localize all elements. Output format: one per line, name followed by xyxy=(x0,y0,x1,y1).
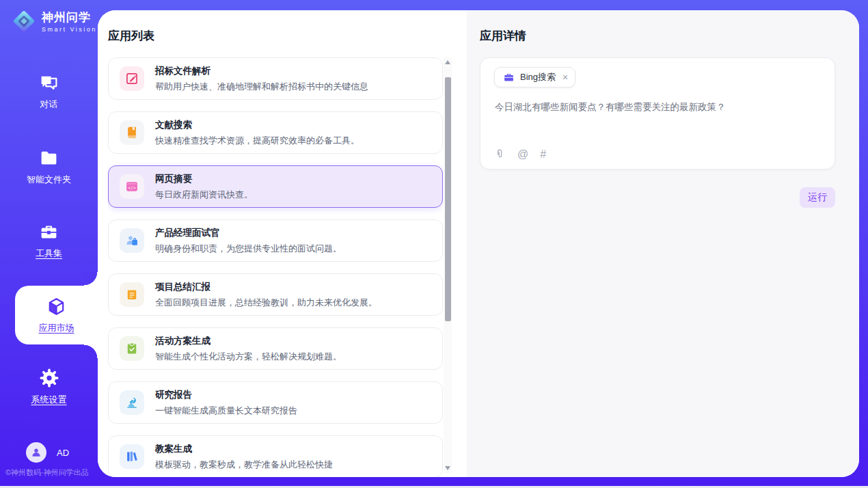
close-icon[interactable]: × xyxy=(561,72,568,83)
list-scrollbar[interactable] xyxy=(444,57,452,473)
brand: 神州问学 Smart Vision xyxy=(11,8,97,37)
gear-icon xyxy=(39,368,59,388)
sidebar-item-label: 对话 xyxy=(40,98,58,111)
app-list-pane: 应用列表 招标文件解析帮助用户快速、准确地理解和解析招标书中的关键信息文献搜索快… xyxy=(98,10,467,477)
doc-pen-icon xyxy=(120,66,144,91)
scroll-up-icon[interactable] xyxy=(445,60,450,64)
briefcase-icon xyxy=(503,72,515,83)
paperclip-icon[interactable] xyxy=(494,148,506,160)
sidebar-item-dialogue[interactable]: 对话 xyxy=(0,72,98,111)
app-card-project-summary[interactable]: 项目总结汇报全面回顾项目进展，总结经验教训，助力未来优化发展。 xyxy=(108,273,443,316)
copyright: ©神州数码·神州问学出品 xyxy=(5,467,89,478)
app-card-desc: 帮助用户快速、准确地理解和解析招标书中的关键信息 xyxy=(155,81,368,93)
tool-chip-bing[interactable]: Bing搜索 × xyxy=(494,67,575,87)
books-icon xyxy=(120,444,144,469)
svg-text:</>: </> xyxy=(128,185,136,190)
sidebar-item-toolset[interactable]: 工具集 xyxy=(0,221,98,260)
app-window: 应用列表 招标文件解析帮助用户快速、准确地理解和解析招标书中的关键信息文献搜索快… xyxy=(98,10,859,477)
app-card-event-plan[interactable]: 活动方案生成智能生成个性化活动方案，轻松解决规划难题。 xyxy=(108,327,443,370)
tool-chip-label: Bing搜索 xyxy=(520,71,556,83)
app-list-title: 应用列表 xyxy=(108,28,467,44)
sidebar: 神州问学 Smart Vision 对话智能文件夹工具集应用市场系统设置 AD … xyxy=(0,0,98,488)
book-icon xyxy=(120,120,144,145)
interviewer-icon xyxy=(120,228,144,253)
app-card-desc: 智能生成个性化活动方案，轻松解决规划难题。 xyxy=(155,351,342,363)
user-initials: AD xyxy=(57,448,69,458)
hash-icon[interactable]: # xyxy=(540,149,546,160)
app-card-title: 招标文件解析 xyxy=(155,65,368,77)
app-card-title: 研究报告 xyxy=(155,389,297,401)
app-card-title: 产品经理面试官 xyxy=(155,227,342,239)
app-card-desc: 一键智能生成高质量长文本研究报告 xyxy=(155,405,297,417)
app-detail-pane: 应用详情 Bing搜索 × 今日湖北有哪些新闻要点？有哪些需要关注的最新政策？ … xyxy=(467,10,859,477)
composer-toolbar: @# xyxy=(494,148,546,160)
app-card-research-report[interactable]: 研究报告一键智能生成高质量长文本研究报告 xyxy=(108,381,443,424)
sidebar-item-label: 系统设置 xyxy=(31,394,67,406)
at-icon[interactable]: @ xyxy=(517,149,528,160)
app-card-title: 文献搜索 xyxy=(155,119,360,131)
sidebar-item-app-market[interactable]: 应用市场 xyxy=(15,286,98,344)
app-card-desc: 全面回顾项目进展，总结经验教训，助力未来优化发展。 xyxy=(155,297,377,309)
app-card-bid-doc-analysis[interactable]: 招标文件解析帮助用户快速、准确地理解和解析招标书中的关键信息 xyxy=(108,57,443,100)
research-icon xyxy=(120,390,144,415)
app-card-title: 教案生成 xyxy=(155,443,333,455)
notepad-icon xyxy=(120,282,144,307)
app-card-title: 项目总结汇报 xyxy=(155,281,377,293)
app-card-desc: 模板驱动，教案秒成，教学准备从此轻松快捷 xyxy=(155,459,333,471)
avatar[interactable] xyxy=(26,442,46,463)
prompt-text[interactable]: 今日湖北有哪些新闻要点？有哪些需要关注的最新政策？ xyxy=(495,100,821,114)
app-card-desc: 快速精准查找学术资源，提高研究效率的必备工具。 xyxy=(155,135,360,147)
scrollbar-thumb[interactable] xyxy=(445,77,451,321)
sidebar-item-label: 应用市场 xyxy=(39,322,74,334)
toolbox-icon xyxy=(39,221,59,242)
app-card-title: 网页摘要 xyxy=(155,173,253,185)
browser-code-icon: </> xyxy=(120,174,144,199)
app-card-web-summary[interactable]: </>网页摘要每日政府新闻资讯快查。 xyxy=(108,165,443,208)
app-list: 招标文件解析帮助用户快速、准确地理解和解析招标书中的关键信息文献搜索快速精准查找… xyxy=(108,57,443,477)
app-card-pm-interviewer[interactable]: 产品经理面试官明确身份和职责，为您提供专业性的面试问题。 xyxy=(108,219,443,262)
folder-icon xyxy=(39,148,59,168)
run-row: 运行 xyxy=(480,187,835,208)
app-card-literature-search[interactable]: 文献搜索快速精准查找学术资源，提高研究效率的必备工具。 xyxy=(108,111,443,154)
app-card-desc: 每日政府新闻资讯快查。 xyxy=(155,189,253,201)
sidebar-item-system-settings[interactable]: 系统设置 xyxy=(0,368,98,406)
app-detail-title: 应用详情 xyxy=(480,28,835,44)
sidebar-item-label: 工具集 xyxy=(36,247,62,260)
brand-name: 神州问学 xyxy=(42,12,97,25)
app-card-desc: 明确身份和职责，为您提供专业性的面试问题。 xyxy=(155,243,342,255)
clipboard-check-icon xyxy=(120,336,144,361)
sidebar-item-smart-folder[interactable]: 智能文件夹 xyxy=(0,148,98,186)
sidebar-item-label: 智能文件夹 xyxy=(27,174,71,186)
user-row[interactable]: AD xyxy=(26,442,69,463)
brand-logo-icon xyxy=(11,8,37,37)
cube-icon xyxy=(46,297,67,317)
prompt-input[interactable]: Bing搜索 × 今日湖北有哪些新闻要点？有哪些需要关注的最新政策？ @# xyxy=(480,57,835,170)
app-card-title: 活动方案生成 xyxy=(155,335,342,347)
brand-tagline: Smart Vision xyxy=(42,27,97,33)
app-card-lesson-plan[interactable]: 教案生成模板驱动，教案秒成，教学准备从此轻松快捷 xyxy=(108,435,443,477)
run-button[interactable]: 运行 xyxy=(800,187,835,208)
scroll-down-icon[interactable] xyxy=(445,466,450,470)
chat-icon xyxy=(39,72,59,93)
